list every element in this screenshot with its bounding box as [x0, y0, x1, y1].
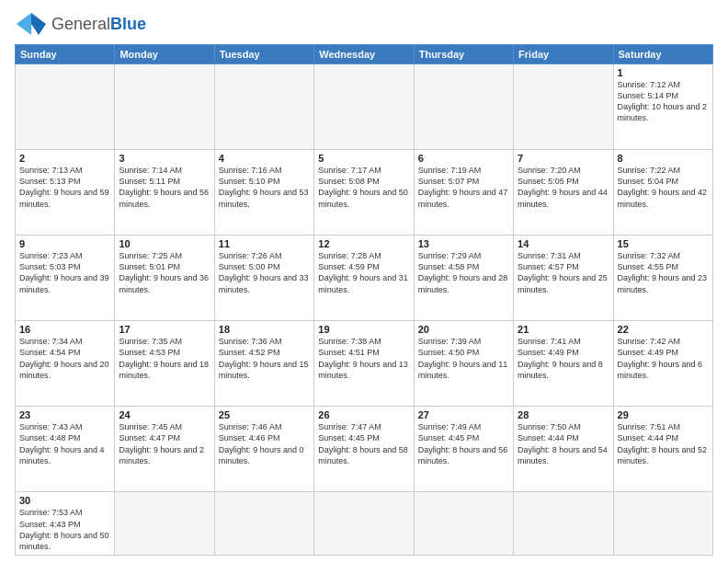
- day-info: Sunrise: 7:43 AM Sunset: 4:48 PM Dayligh…: [19, 421, 110, 466]
- day-info: Sunrise: 7:38 AM Sunset: 4:51 PM Dayligh…: [318, 336, 409, 381]
- day-info: Sunrise: 7:22 AM Sunset: 5:04 PM Dayligh…: [618, 165, 709, 210]
- day-info: Sunrise: 7:45 AM Sunset: 4:47 PM Dayligh…: [119, 421, 210, 466]
- day-info: Sunrise: 7:13 AM Sunset: 5:13 PM Dayligh…: [19, 165, 110, 210]
- day-info: Sunrise: 7:17 AM Sunset: 5:08 PM Dayligh…: [318, 165, 409, 210]
- day-info: Sunrise: 7:42 AM Sunset: 4:49 PM Dayligh…: [618, 336, 709, 381]
- day-number: 15: [618, 238, 709, 249]
- day-number: 16: [19, 324, 110, 335]
- day-number: 17: [119, 324, 210, 335]
- day-info: Sunrise: 7:25 AM Sunset: 5:01 PM Dayligh…: [119, 250, 210, 295]
- day-number: 9: [19, 238, 110, 249]
- calendar-cell: [314, 492, 414, 556]
- day-info: Sunrise: 7:41 AM Sunset: 4:49 PM Dayligh…: [518, 336, 609, 381]
- day-info: Sunrise: 7:39 AM Sunset: 4:50 PM Dayligh…: [418, 336, 509, 381]
- day-number: 27: [418, 409, 509, 420]
- calendar-cell: 23Sunrise: 7:43 AM Sunset: 4:48 PM Dayli…: [16, 407, 115, 492]
- week-row-6: 30Sunrise: 7:53 AM Sunset: 4:43 PM Dayli…: [16, 492, 713, 556]
- day-number: 6: [418, 153, 509, 164]
- weekday-header-saturday: Saturday: [613, 45, 712, 64]
- day-info: Sunrise: 7:16 AM Sunset: 5:10 PM Dayligh…: [219, 165, 310, 210]
- day-info: Sunrise: 7:32 AM Sunset: 4:55 PM Dayligh…: [618, 250, 709, 295]
- calendar-cell: 9Sunrise: 7:23 AM Sunset: 5:03 PM Daylig…: [16, 236, 115, 321]
- calendar-cell: 30Sunrise: 7:53 AM Sunset: 4:43 PM Dayli…: [16, 492, 115, 556]
- day-info: Sunrise: 7:53 AM Sunset: 4:43 PM Dayligh…: [19, 507, 110, 552]
- calendar-cell: 2Sunrise: 7:13 AM Sunset: 5:13 PM Daylig…: [16, 150, 115, 236]
- day-number: 25: [219, 409, 310, 420]
- day-info: Sunrise: 7:50 AM Sunset: 4:44 PM Dayligh…: [518, 421, 609, 466]
- week-row-3: 9Sunrise: 7:23 AM Sunset: 5:03 PM Daylig…: [16, 236, 713, 321]
- calendar-cell: 1Sunrise: 7:12 AM Sunset: 5:14 PM Daylig…: [613, 64, 712, 150]
- calendar-cell: 14Sunrise: 7:31 AM Sunset: 4:57 PM Dayli…: [514, 236, 613, 321]
- calendar-cell: [115, 492, 214, 556]
- weekday-header-wednesday: Wednesday: [314, 45, 414, 64]
- calendar-cell: 21Sunrise: 7:41 AM Sunset: 4:49 PM Dayli…: [514, 321, 613, 407]
- calendar-cell: 6Sunrise: 7:19 AM Sunset: 5:07 PM Daylig…: [414, 150, 513, 236]
- calendar-cell: 7Sunrise: 7:20 AM Sunset: 5:05 PM Daylig…: [514, 150, 613, 236]
- calendar-cell: 19Sunrise: 7:38 AM Sunset: 4:51 PM Dayli…: [314, 321, 414, 407]
- day-number: 12: [318, 238, 409, 249]
- calendar-cell: 16Sunrise: 7:34 AM Sunset: 4:54 PM Dayli…: [16, 321, 115, 407]
- day-info: Sunrise: 7:36 AM Sunset: 4:52 PM Dayligh…: [219, 336, 310, 381]
- day-info: Sunrise: 7:51 AM Sunset: 4:44 PM Dayligh…: [618, 421, 709, 466]
- calendar-table: SundayMondayTuesdayWednesdayThursdayFrid…: [15, 44, 713, 556]
- week-row-1: 1Sunrise: 7:12 AM Sunset: 5:14 PM Daylig…: [16, 64, 713, 150]
- logo-text: GeneralBlue: [51, 15, 146, 34]
- calendar-cell: 3Sunrise: 7:14 AM Sunset: 5:11 PM Daylig…: [115, 150, 214, 236]
- svg-marker-1: [31, 24, 46, 35]
- calendar-cell: 24Sunrise: 7:45 AM Sunset: 4:47 PM Dayli…: [115, 407, 214, 492]
- day-number: 21: [518, 324, 609, 335]
- svg-marker-2: [17, 13, 31, 35]
- day-info: Sunrise: 7:14 AM Sunset: 5:11 PM Dayligh…: [119, 165, 210, 210]
- calendar-cell: 10Sunrise: 7:25 AM Sunset: 5:01 PM Dayli…: [115, 236, 214, 321]
- day-number: 19: [318, 324, 409, 335]
- day-number: 18: [219, 324, 310, 335]
- weekday-header-thursday: Thursday: [414, 45, 513, 64]
- calendar-cell: 11Sunrise: 7:26 AM Sunset: 5:00 PM Dayli…: [214, 236, 313, 321]
- day-info: Sunrise: 7:29 AM Sunset: 4:58 PM Dayligh…: [418, 250, 509, 295]
- day-number: 11: [219, 238, 310, 249]
- calendar-cell: 4Sunrise: 7:16 AM Sunset: 5:10 PM Daylig…: [214, 150, 313, 236]
- day-info: Sunrise: 7:28 AM Sunset: 4:59 PM Dayligh…: [318, 250, 409, 295]
- page: GeneralBlue SundayMondayTuesdayWednesday…: [0, 0, 728, 563]
- calendar-cell: 5Sunrise: 7:17 AM Sunset: 5:08 PM Daylig…: [314, 150, 414, 236]
- calendar-cell: [115, 64, 214, 150]
- week-row-4: 16Sunrise: 7:34 AM Sunset: 4:54 PM Dayli…: [16, 321, 713, 407]
- day-number: 1: [618, 67, 709, 78]
- day-number: 23: [19, 409, 110, 420]
- day-number: 14: [518, 238, 609, 249]
- day-number: 24: [119, 409, 210, 420]
- calendar-cell: [214, 64, 313, 150]
- day-number: 3: [119, 153, 210, 164]
- calendar-cell: 18Sunrise: 7:36 AM Sunset: 4:52 PM Dayli…: [214, 321, 313, 407]
- day-number: 10: [119, 238, 210, 249]
- day-number: 26: [318, 409, 409, 420]
- weekday-header-sunday: Sunday: [16, 45, 115, 64]
- day-info: Sunrise: 7:26 AM Sunset: 5:00 PM Dayligh…: [219, 250, 310, 295]
- logo-icon: [15, 11, 48, 37]
- day-number: 22: [618, 324, 709, 335]
- day-number: 28: [518, 409, 609, 420]
- calendar-cell: 20Sunrise: 7:39 AM Sunset: 4:50 PM Dayli…: [414, 321, 513, 407]
- calendar-cell: 22Sunrise: 7:42 AM Sunset: 4:49 PM Dayli…: [613, 321, 712, 407]
- calendar-cell: 12Sunrise: 7:28 AM Sunset: 4:59 PM Dayli…: [314, 236, 414, 321]
- calendar-cell: [16, 64, 115, 150]
- week-row-5: 23Sunrise: 7:43 AM Sunset: 4:48 PM Dayli…: [16, 407, 713, 492]
- header: GeneralBlue: [15, 11, 713, 37]
- calendar-cell: 27Sunrise: 7:49 AM Sunset: 4:45 PM Dayli…: [414, 407, 513, 492]
- calendar-cell: 13Sunrise: 7:29 AM Sunset: 4:58 PM Dayli…: [414, 236, 513, 321]
- day-info: Sunrise: 7:47 AM Sunset: 4:45 PM Dayligh…: [318, 421, 409, 466]
- calendar-cell: 17Sunrise: 7:35 AM Sunset: 4:53 PM Dayli…: [115, 321, 214, 407]
- day-info: Sunrise: 7:20 AM Sunset: 5:05 PM Dayligh…: [518, 165, 609, 210]
- day-info: Sunrise: 7:49 AM Sunset: 4:45 PM Dayligh…: [418, 421, 509, 466]
- calendar-cell: 8Sunrise: 7:22 AM Sunset: 5:04 PM Daylig…: [613, 150, 712, 236]
- svg-marker-0: [31, 13, 46, 24]
- calendar-cell: 26Sunrise: 7:47 AM Sunset: 4:45 PM Dayli…: [314, 407, 414, 492]
- calendar-cell: 15Sunrise: 7:32 AM Sunset: 4:55 PM Dayli…: [613, 236, 712, 321]
- week-row-2: 2Sunrise: 7:13 AM Sunset: 5:13 PM Daylig…: [16, 150, 713, 236]
- day-info: Sunrise: 7:46 AM Sunset: 4:46 PM Dayligh…: [219, 421, 310, 466]
- weekday-header-row: SundayMondayTuesdayWednesdayThursdayFrid…: [16, 45, 713, 64]
- day-number: 30: [19, 495, 110, 506]
- day-number: 8: [618, 153, 709, 164]
- day-number: 2: [19, 153, 110, 164]
- day-info: Sunrise: 7:12 AM Sunset: 5:14 PM Dayligh…: [618, 79, 709, 124]
